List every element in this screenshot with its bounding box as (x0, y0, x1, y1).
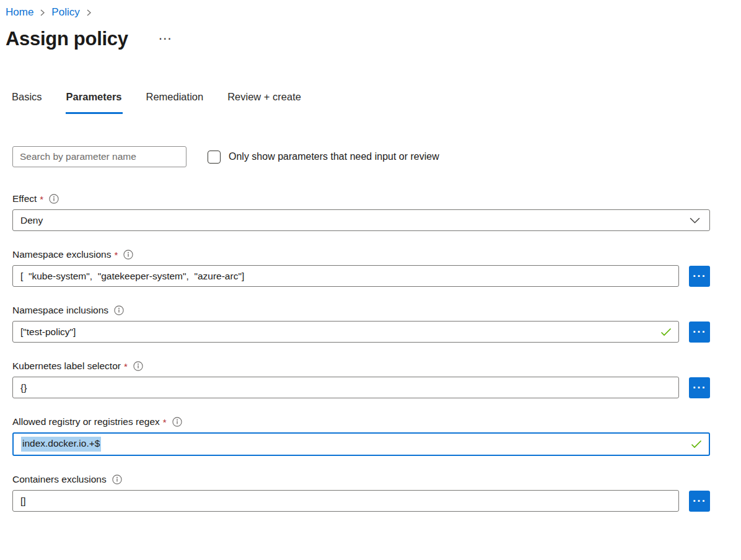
breadcrumb-link-home[interactable]: Home (6, 6, 33, 19)
field-namespace-inclusions: Namespace inclusions ["test-policy"] ··· (12, 305, 710, 343)
field-label-text: Effect (12, 193, 37, 204)
valid-check-icon (660, 328, 672, 336)
field-label-text: Kubernetes label selector (12, 361, 121, 372)
namespace-inclusions-input[interactable]: ["test-policy"] (12, 321, 679, 343)
field-label-row: Namespace exclusions * (12, 249, 710, 260)
namespace-exclusions-input[interactable]: [ "kube-system", "gatekeeper-system", "a… (12, 265, 679, 287)
control-row: ["test-policy"] ··· (12, 321, 710, 343)
tab-remediation[interactable]: Remediation (146, 89, 204, 114)
only-show-needed-checkbox[interactable] (208, 151, 221, 164)
namespace-exclusions-edit-button[interactable]: ··· (689, 266, 710, 287)
info-icon[interactable] (114, 305, 124, 315)
field-label-text: Allowed registry or registries regex (12, 416, 160, 427)
tab-bar: Basics Parameters Remediation Review + c… (11, 89, 741, 114)
required-marker: * (163, 417, 167, 427)
containers-exclusions-edit-button[interactable]: ··· (689, 491, 710, 512)
chevron-down-icon (690, 217, 700, 224)
containers-exclusions-input[interactable]: [] (12, 490, 679, 512)
field-effect: Effect * Deny (12, 193, 710, 231)
control-row: {} ··· (12, 377, 710, 398)
search-input[interactable] (12, 146, 186, 167)
tab-review-create[interactable]: Review + create (227, 89, 302, 114)
chevron-right-icon (39, 9, 46, 17)
page-header: Assign policy ··· (6, 28, 741, 50)
chevron-right-icon (86, 9, 92, 17)
control-row: index.docker.io.+$ (12, 432, 710, 456)
kubernetes-label-selector-input[interactable]: {} (12, 377, 679, 398)
input-value: [] (20, 496, 26, 507)
required-marker: * (124, 361, 128, 372)
selected-input-text: index.docker.io.+$ (21, 437, 101, 452)
input-value: ["test-policy"] (20, 326, 76, 338)
field-label-row: Containers exclusions (12, 474, 710, 485)
field-label-row: Namespace inclusions (12, 305, 710, 316)
kubernetes-label-selector-edit-button[interactable]: ··· (689, 377, 710, 398)
parameters-form: Effect * Deny Namespace exclusions * (12, 193, 710, 512)
dropdown-selected-value: Deny (20, 215, 43, 226)
valid-check-icon (691, 440, 702, 448)
field-label-text: Namespace exclusions (12, 249, 111, 260)
field-label-text: Containers exclusions (12, 474, 107, 485)
field-kubernetes-label-selector: Kubernetes label selector * {} ··· (12, 361, 710, 398)
input-value: {} (20, 382, 27, 393)
more-options-button[interactable]: ··· (157, 32, 175, 46)
field-label-row: Effect * (12, 193, 710, 204)
control-row: [] ··· (12, 490, 710, 512)
field-namespace-exclusions: Namespace exclusions * [ "kube-system", … (12, 249, 710, 287)
tab-basics[interactable]: Basics (11, 89, 43, 114)
control-row: [ "kube-system", "gatekeeper-system", "a… (12, 265, 710, 287)
control-row: Deny (12, 209, 710, 231)
checkbox-label: Only show parameters that need input or … (229, 151, 439, 162)
field-label-row: Allowed registry or registries regex * (12, 416, 710, 427)
info-icon[interactable] (49, 194, 59, 204)
field-label-row: Kubernetes label selector * (12, 361, 710, 372)
page-title: Assign policy (6, 28, 128, 50)
info-icon[interactable] (112, 475, 122, 484)
field-allowed-registry-regex: Allowed registry or registries regex * i… (12, 416, 710, 456)
filter-row: Only show parameters that need input or … (12, 146, 741, 167)
field-containers-exclusions: Containers exclusions [] ··· (12, 474, 710, 512)
breadcrumb-link-policy[interactable]: Policy (51, 6, 79, 19)
tab-parameters[interactable]: Parameters (66, 89, 123, 114)
info-icon[interactable] (172, 417, 182, 427)
allowed-registry-regex-input[interactable]: index.docker.io.+$ (12, 432, 710, 456)
required-marker: * (114, 250, 118, 260)
field-label-text: Namespace inclusions (12, 305, 108, 316)
input-value: [ "kube-system", "gatekeeper-system", "a… (20, 271, 244, 282)
namespace-inclusions-edit-button[interactable]: ··· (689, 322, 710, 343)
info-icon[interactable] (123, 250, 133, 260)
info-icon[interactable] (133, 361, 143, 371)
required-marker: * (40, 194, 43, 204)
effect-dropdown[interactable]: Deny (12, 209, 710, 231)
breadcrumb: Home Policy (0, 0, 741, 19)
